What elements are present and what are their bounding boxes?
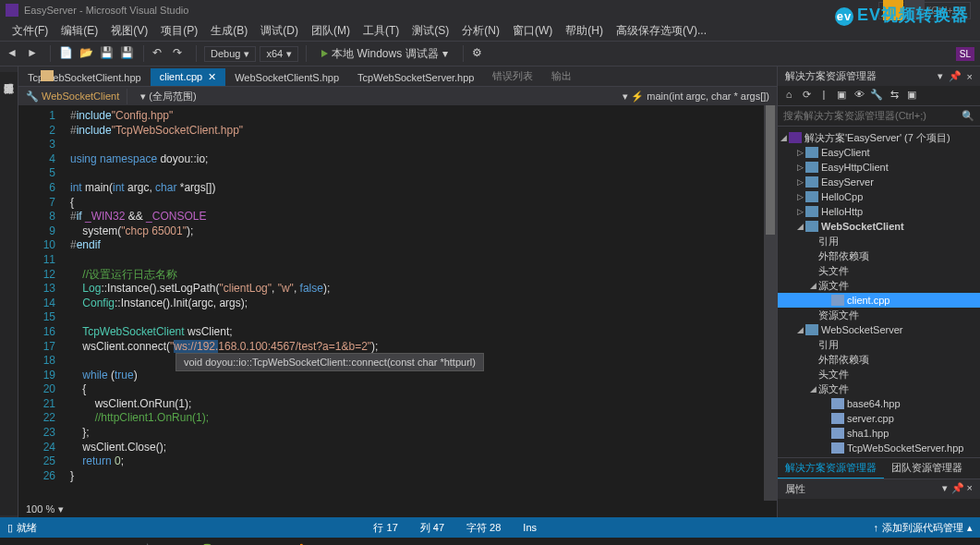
- menu-item[interactable]: 帮助(H): [559, 20, 610, 42]
- editor-tab[interactable]: 输出: [542, 67, 581, 86]
- home-icon[interactable]: ⌂: [781, 89, 796, 103]
- code-editor[interactable]: 1234567891011121314151617181920212223242…: [18, 105, 777, 501]
- new-icon[interactable]: 📄: [58, 45, 75, 62]
- taskbar-item[interactable]: 🔶: [286, 539, 316, 545]
- platform-dropdown[interactable]: x64▾: [260, 46, 298, 62]
- tree-node[interactable]: 外部依赖项: [778, 352, 980, 367]
- editor-tab[interactable]: 错误列表: [483, 67, 542, 86]
- taskbar-item[interactable]: ⊞: [4, 539, 33, 545]
- editor-area: TcpWebSocketClient.hppclient.cpp✕WebSock…: [18, 67, 777, 517]
- panel-pin-icon[interactable]: 📌: [949, 70, 962, 82]
- tree-node[interactable]: ◢WebSocketServer: [778, 322, 980, 337]
- close-icon[interactable]: ✕: [208, 71, 216, 82]
- status-bar: ▯ 就绪 行 17 列 47 字符 28 Ins ↑ 添加到源代码管理 ▴: [0, 517, 980, 538]
- watermark: evEV视频转换器: [835, 4, 969, 26]
- menu-item[interactable]: 分析(N): [455, 20, 506, 42]
- menu-item[interactable]: 测试(S): [405, 20, 455, 42]
- redo-icon[interactable]: ↷: [172, 45, 188, 62]
- editor-tab[interactable]: WebSocketClientS.hpp: [225, 69, 348, 86]
- taskbar-item[interactable]: ⧉: [35, 539, 65, 545]
- taskbar-item[interactable]: P: [255, 539, 284, 545]
- refresh-icon[interactable]: ⟳: [799, 89, 814, 103]
- panel-dropdown-icon[interactable]: ▾: [938, 70, 943, 82]
- tree-root[interactable]: ◢解决方案'EasyServer' (7 个项目): [778, 130, 980, 145]
- code-content[interactable]: #include"Config.hpp"#include"TcpWebSocke…: [63, 105, 777, 501]
- solution-search[interactable]: 搜索解决方案资源管理器(Ctrl+;)🔍: [778, 106, 980, 127]
- sidebar-tab[interactable]: 服务器资源管理器: [0, 72, 18, 515]
- run-button[interactable]: 本地 Windows 调试器▾: [314, 44, 454, 64]
- editor-tab[interactable]: client.cpp✕: [151, 68, 225, 86]
- status-scm[interactable]: ↑ 添加到源代码管理 ▴: [874, 521, 974, 535]
- tree-node[interactable]: 头文件: [778, 263, 980, 278]
- tree-node[interactable]: ▷HelloHttp: [778, 204, 980, 219]
- tree-node[interactable]: client.cpp: [778, 293, 980, 308]
- save-icon[interactable]: 💾: [99, 45, 115, 62]
- window-title: EasyServer - Microsoft Visual Studio: [24, 5, 188, 16]
- tree-node[interactable]: 引用: [778, 337, 980, 352]
- tree-node[interactable]: ▷EasyServer: [778, 175, 980, 189]
- open-icon[interactable]: 📂: [79, 45, 95, 62]
- zoom-level[interactable]: 100 % ▾: [18, 501, 777, 517]
- solution-explorer: 解决方案资源管理器 ▾ 📌 × ⌂ ⟳ | ▣ 👁 🔧 ⇆ ▣ 搜索解决方案资源…: [777, 67, 980, 517]
- taskbar-item[interactable]: 📁: [381, 539, 410, 545]
- tree-node[interactable]: sha1.hpp: [778, 426, 980, 441]
- solution-tree[interactable]: ◢解决方案'EasyServer' (7 个项目)▷EasyClient▷Eas…: [778, 127, 980, 457]
- collapse-icon[interactable]: ▣: [834, 89, 849, 103]
- props-pin-icon[interactable]: ▾ 📌 ×: [942, 482, 973, 496]
- tab-team-explorer[interactable]: 团队资源管理器: [884, 458, 970, 478]
- tree-node[interactable]: server.cpp: [778, 411, 980, 426]
- tree-node[interactable]: TcpWebSocketServer.hpp: [778, 441, 980, 455]
- nav-back-icon[interactable]: ◄: [6, 45, 22, 62]
- tree-node[interactable]: 外部依赖项: [778, 248, 980, 263]
- func-dropdown[interactable]: ▾ ⚡ main(int argc, char * args[]): [615, 89, 777, 104]
- tree-node[interactable]: ◢WebSocketClient: [778, 219, 980, 234]
- status-ins: Ins: [523, 522, 537, 533]
- menu-item[interactable]: 文件(F): [6, 20, 54, 42]
- menu-item[interactable]: 项目(P): [154, 20, 204, 42]
- tree-node[interactable]: 引用: [778, 234, 980, 248]
- editor-tab[interactable]: TcpWebSocketClient.hpp: [18, 69, 151, 86]
- vscrollbar[interactable]: [764, 105, 777, 501]
- menu-item[interactable]: 编辑(E): [54, 20, 104, 42]
- tree-node[interactable]: ▷EasyHttpClient: [778, 160, 980, 175]
- menu-item[interactable]: 工具(T): [357, 20, 405, 42]
- menu-item[interactable]: 调试(D): [254, 20, 305, 42]
- tree-node[interactable]: base64.hpp: [778, 396, 980, 411]
- tree-node[interactable]: ◢源文件: [778, 278, 980, 293]
- taskbar-item[interactable]: ☕: [129, 539, 159, 545]
- saveall-icon[interactable]: 💾: [119, 45, 136, 62]
- taskbar-item[interactable]: X: [412, 539, 442, 545]
- taskbar-item[interactable]: </>: [318, 539, 347, 545]
- config-dropdown[interactable]: Debug▾: [204, 46, 256, 62]
- tool-icon[interactable]: ⚙: [471, 45, 488, 62]
- menu-item[interactable]: 窗口(W): [506, 20, 559, 42]
- undo-icon[interactable]: ↶: [151, 45, 168, 62]
- global-dropdown[interactable]: ▾ (全局范围): [127, 88, 615, 105]
- panel-toolbar: ⌂ ⟳ | ▣ 👁 🔧 ⇆ ▣: [778, 86, 980, 106]
- vs-icon: [6, 4, 18, 17]
- scope-dropdown[interactable]: 🔧 WebSocketClient: [18, 89, 127, 104]
- nav-fwd-icon[interactable]: ►: [26, 45, 42, 62]
- menu-item[interactable]: 高级保存选项(V)...: [610, 20, 713, 42]
- tree-node[interactable]: 头文件: [778, 367, 980, 382]
- tree-node[interactable]: ▷EasyClient: [778, 145, 980, 160]
- taskbar-item[interactable]: 🗄: [224, 539, 253, 545]
- taskbar-item[interactable]: e: [67, 539, 96, 545]
- tree-node[interactable]: 资源文件: [778, 308, 980, 322]
- tree-node[interactable]: ◢源文件: [778, 382, 980, 396]
- taskbar-item[interactable]: 🟢: [192, 539, 222, 545]
- filter-icon[interactable]: ▣: [904, 89, 919, 103]
- menu-item[interactable]: 团队(M): [305, 20, 357, 42]
- taskbar-item[interactable]: 📁: [349, 539, 379, 545]
- show-icon[interactable]: 👁: [852, 89, 866, 103]
- props-icon[interactable]: 🔧: [869, 89, 884, 103]
- menu-item[interactable]: 生成(B): [204, 20, 254, 42]
- tab-solution-explorer[interactable]: 解决方案资源管理器: [778, 458, 884, 478]
- sync-icon[interactable]: ⇆: [887, 89, 901, 103]
- editor-tab[interactable]: TcpWebSocketServer.hpp: [348, 69, 483, 86]
- taskbar-item[interactable]: VS: [161, 539, 190, 545]
- tree-node[interactable]: ▷HelloCpp: [778, 189, 980, 204]
- menu-item[interactable]: 视图(V): [104, 20, 154, 42]
- taskbar-item[interactable]: 🗂: [98, 539, 127, 545]
- panel-close-icon[interactable]: ×: [967, 71, 973, 82]
